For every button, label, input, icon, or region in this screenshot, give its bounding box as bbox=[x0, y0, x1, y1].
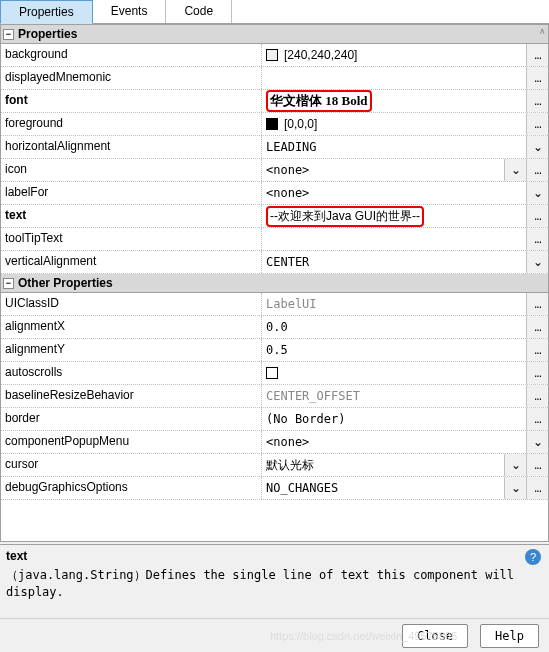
ellipsis-button[interactable]: ... bbox=[526, 385, 548, 407]
ellipsis-button[interactable]: ... bbox=[526, 339, 548, 361]
prop-value[interactable]: NO_CHANGES bbox=[261, 477, 504, 499]
dropdown-button[interactable]: ⌄ bbox=[526, 431, 548, 453]
prop-value[interactable]: LEADING bbox=[261, 136, 526, 158]
prop-label: foreground bbox=[1, 113, 261, 135]
prop-label: border bbox=[1, 408, 261, 430]
prop-value[interactable]: 华文楷体 18 Bold bbox=[261, 90, 526, 112]
prop-value[interactable]: 0.5 bbox=[261, 339, 526, 361]
prop-label: verticalAlignment bbox=[1, 251, 261, 273]
dropdown-button[interactable]: ⌄ bbox=[504, 477, 526, 499]
row-toolTipText: toolTipText ... bbox=[1, 228, 548, 251]
prop-label: componentPopupMenu bbox=[1, 431, 261, 453]
prop-value[interactable]: (No Border) bbox=[261, 408, 526, 430]
row-UIClassID: UIClassID LabelUI ... bbox=[1, 293, 548, 316]
ellipsis-button[interactable]: ... bbox=[526, 67, 548, 89]
prop-label: cursor bbox=[1, 454, 261, 476]
row-horizontalAlignment: horizontalAlignment LEADING ⌄ bbox=[1, 136, 548, 159]
row-icon: icon <none> ⌄ ... bbox=[1, 159, 548, 182]
watermark: https://blog.csdn.net/weixin_49575866 bbox=[270, 630, 457, 642]
prop-value[interactable]: [240,240,240] bbox=[261, 44, 526, 66]
row-baselineResizeBehavior: baselineResizeBehavior CENTER_OFFSET ... bbox=[1, 385, 548, 408]
prop-label: debugGraphicsOptions bbox=[1, 477, 261, 499]
section-properties[interactable]: − Properties bbox=[1, 25, 548, 44]
desc-title: text bbox=[6, 549, 543, 563]
ellipsis-button[interactable]: ... bbox=[526, 293, 548, 315]
ellipsis-button[interactable]: ... bbox=[526, 477, 548, 499]
section-label: Other Properties bbox=[18, 276, 113, 290]
row-autoscrolls: autoscrolls ... bbox=[1, 362, 548, 385]
color-swatch bbox=[266, 118, 278, 130]
prop-label: autoscrolls bbox=[1, 362, 261, 384]
dropdown-button[interactable]: ⌄ bbox=[526, 182, 548, 204]
tab-code[interactable]: Code bbox=[166, 0, 232, 23]
row-labelFor: labelFor <none> ⌄ bbox=[1, 182, 548, 205]
scroll-up-icon[interactable]: ∧ bbox=[539, 26, 546, 36]
prop-value[interactable]: <none> bbox=[261, 431, 526, 453]
prop-label: labelFor bbox=[1, 182, 261, 204]
tab-bar: Properties Events Code bbox=[0, 0, 549, 24]
highlight-font: 华文楷体 18 Bold bbox=[266, 90, 372, 112]
ellipsis-button[interactable]: ... bbox=[526, 228, 548, 250]
property-grid: − Properties background [240,240,240] ..… bbox=[0, 24, 549, 542]
dropdown-button[interactable]: ⌄ bbox=[504, 159, 526, 181]
prop-label: horizontalAlignment bbox=[1, 136, 261, 158]
ellipsis-button[interactable]: ... bbox=[526, 44, 548, 66]
ellipsis-button[interactable]: ... bbox=[526, 159, 548, 181]
row-font: font 华文楷体 18 Bold ... bbox=[1, 90, 548, 113]
prop-value[interactable] bbox=[261, 67, 526, 89]
ellipsis-button[interactable]: ... bbox=[526, 362, 548, 384]
highlight-text: --欢迎来到Java GUI的世界-- bbox=[266, 206, 424, 227]
prop-label: baselineResizeBehavior bbox=[1, 385, 261, 407]
prop-value[interactable] bbox=[261, 362, 526, 384]
prop-label: text bbox=[1, 205, 261, 227]
ellipsis-button[interactable]: ... bbox=[526, 205, 548, 227]
help-icon[interactable]: ? bbox=[525, 549, 541, 565]
prop-label: toolTipText bbox=[1, 228, 261, 250]
help-button[interactable]: Help bbox=[480, 624, 539, 648]
row-displayedMnemonic: displayedMnemonic ... bbox=[1, 67, 548, 90]
prop-label: icon bbox=[1, 159, 261, 181]
prop-value[interactable]: <none> bbox=[261, 159, 504, 181]
ellipsis-button[interactable]: ... bbox=[526, 90, 548, 112]
row-background: background [240,240,240] ... bbox=[1, 44, 548, 67]
prop-value[interactable]: [0,0,0] bbox=[261, 113, 526, 135]
ellipsis-button[interactable]: ... bbox=[526, 408, 548, 430]
prop-value[interactable]: --欢迎来到Java GUI的世界-- bbox=[261, 205, 526, 227]
ellipsis-button[interactable]: ... bbox=[526, 113, 548, 135]
row-text: text --欢迎来到Java GUI的世界-- ... bbox=[1, 205, 548, 228]
prop-label: font bbox=[1, 90, 261, 112]
tab-properties[interactable]: Properties bbox=[0, 0, 93, 24]
tab-events[interactable]: Events bbox=[93, 0, 167, 23]
dropdown-button[interactable]: ⌄ bbox=[526, 251, 548, 273]
prop-value[interactable]: CENTER bbox=[261, 251, 526, 273]
prop-value[interactable]: <none> bbox=[261, 182, 526, 204]
ellipsis-button[interactable]: ... bbox=[526, 316, 548, 338]
row-cursor: cursor 默认光标 ⌄ ... bbox=[1, 454, 548, 477]
desc-body: （java.lang.String）Defines the single lin… bbox=[6, 567, 543, 601]
prop-value: LabelUI bbox=[261, 293, 526, 315]
prop-label: UIClassID bbox=[1, 293, 261, 315]
color-swatch bbox=[266, 49, 278, 61]
dropdown-button[interactable]: ⌄ bbox=[504, 454, 526, 476]
row-alignmentY: alignmentY 0.5 ... bbox=[1, 339, 548, 362]
prop-value[interactable] bbox=[261, 228, 526, 250]
prop-label: displayedMnemonic bbox=[1, 67, 261, 89]
prop-value: CENTER_OFFSET bbox=[261, 385, 526, 407]
row-componentPopupMenu: componentPopupMenu <none> ⌄ bbox=[1, 431, 548, 454]
dropdown-button[interactable]: ⌄ bbox=[526, 136, 548, 158]
prop-value[interactable]: 0.0 bbox=[261, 316, 526, 338]
prop-label: background bbox=[1, 44, 261, 66]
section-other[interactable]: − Other Properties bbox=[1, 274, 548, 293]
prop-label: alignmentY bbox=[1, 339, 261, 361]
row-debugGraphicsOptions: debugGraphicsOptions NO_CHANGES ⌄ ... bbox=[1, 477, 548, 500]
collapse-icon[interactable]: − bbox=[3, 29, 14, 40]
row-foreground: foreground [0,0,0] ... bbox=[1, 113, 548, 136]
row-border: border (No Border) ... bbox=[1, 408, 548, 431]
row-verticalAlignment: verticalAlignment CENTER ⌄ bbox=[1, 251, 548, 274]
prop-value[interactable]: 默认光标 bbox=[261, 454, 504, 476]
prop-label: alignmentX bbox=[1, 316, 261, 338]
ellipsis-button[interactable]: ... bbox=[526, 454, 548, 476]
collapse-icon[interactable]: − bbox=[3, 278, 14, 289]
checkbox[interactable] bbox=[266, 367, 278, 379]
description-panel: ? text （java.lang.String）Defines the sin… bbox=[0, 544, 549, 614]
